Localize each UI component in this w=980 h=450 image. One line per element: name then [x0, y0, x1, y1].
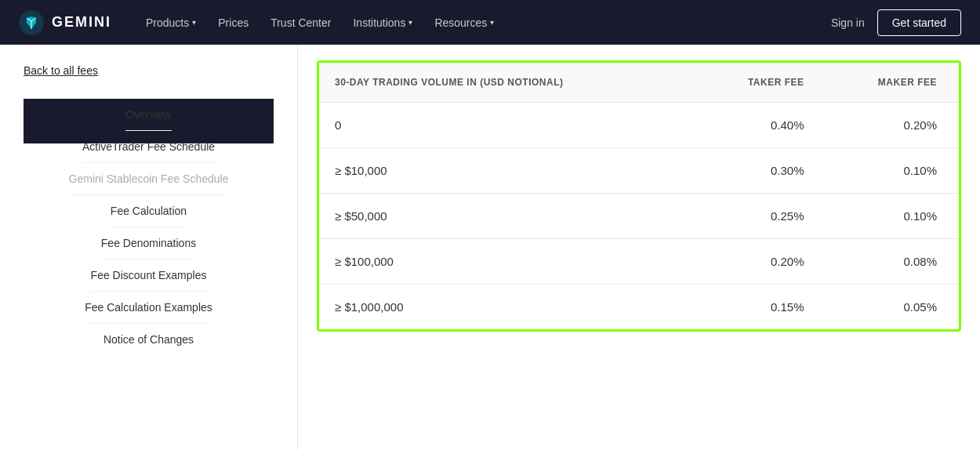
sidebar-item-fee-calculation-examples[interactable]: Fee Calculation Examples [85, 292, 212, 324]
nav-item-resources[interactable]: Resources ▾ [434, 16, 494, 29]
table-row: ≥ $50,0000.25%0.10% [319, 194, 959, 239]
logo-text: GEMINI [52, 14, 111, 31]
cell-maker: 0.08% [820, 239, 960, 285]
main-nav: GEMINI Products ▾ Prices Trust Center In… [0, 0, 980, 45]
gemini-logo-icon [19, 10, 44, 35]
cell-maker: 0.05% [820, 285, 960, 330]
nav-items: Products ▾ Prices Trust Center Instituti… [146, 16, 806, 29]
sidebar-item-overview[interactable]: Overview [125, 99, 171, 131]
fee-table-area: 30-DAY TRADING VOLUME IN (USD NOTIONAL) … [298, 45, 980, 450]
cell-maker: 0.20% [820, 103, 960, 148]
chevron-down-icon-2: ▾ [408, 18, 412, 27]
nav-item-prices[interactable]: Prices [218, 16, 249, 29]
cell-taker: 0.25% [694, 194, 820, 239]
table-row: ≥ $100,0000.20%0.08% [319, 239, 959, 285]
nav-item-products[interactable]: Products ▾ [146, 16, 196, 29]
cell-volume: 0 [319, 103, 694, 148]
sidebar-item-activetrader[interactable]: ActiveTrader Fee Schedule [82, 131, 215, 163]
sidebar-item-fee-calculation[interactable]: Fee Calculation [111, 195, 187, 227]
table-row: 00.40%0.20% [319, 103, 959, 148]
nav-item-trust-center[interactable]: Trust Center [270, 16, 331, 29]
cell-volume: ≥ $100,000 [319, 239, 694, 285]
sidebar: Back to all fees Overview ActiveTrader F… [0, 45, 298, 450]
cell-volume: ≥ $50,000 [319, 194, 694, 239]
cell-taker: 0.15% [694, 285, 820, 330]
col-header-volume: 30-DAY TRADING VOLUME IN (USD NOTIONAL) [319, 63, 694, 103]
nav-right: Sign in Get started [831, 9, 961, 36]
sidebar-item-stablecoin[interactable]: Gemini Stablecoin Fee Schedule [69, 163, 229, 195]
col-header-maker: MAKER FEE [820, 63, 960, 103]
col-header-taker: TAKER FEE [694, 63, 820, 103]
table-header-row: 30-DAY TRADING VOLUME IN (USD NOTIONAL) … [319, 63, 959, 103]
logo[interactable]: GEMINI [19, 10, 111, 35]
sign-in-button[interactable]: Sign in [831, 16, 865, 29]
get-started-button[interactable]: Get started [877, 9, 961, 36]
cell-taker: 0.40% [694, 103, 820, 148]
cell-taker: 0.30% [694, 148, 820, 194]
sidebar-item-fee-discount[interactable]: Fee Discount Examples [91, 259, 207, 292]
cell-volume: ≥ $1,000,000 [319, 285, 694, 330]
sidebar-item-notice[interactable]: Notice of Changes [103, 324, 194, 355]
main-content: Back to all fees Overview ActiveTrader F… [0, 45, 980, 450]
nav-item-institutions[interactable]: Institutions ▾ [353, 16, 412, 29]
table-row: ≥ $1,000,0000.15%0.05% [319, 285, 959, 330]
fee-table: 30-DAY TRADING VOLUME IN (USD NOTIONAL) … [319, 63, 959, 329]
back-to-fees-link[interactable]: Back to all fees [24, 64, 98, 77]
fee-table-wrapper: 30-DAY TRADING VOLUME IN (USD NOTIONAL) … [317, 60, 961, 332]
chevron-down-icon-3: ▾ [490, 18, 494, 27]
cell-maker: 0.10% [820, 148, 960, 194]
chevron-down-icon: ▾ [192, 18, 196, 27]
cell-maker: 0.10% [820, 194, 960, 239]
cell-volume: ≥ $10,000 [319, 148, 694, 194]
cell-taker: 0.20% [694, 239, 820, 285]
sidebar-item-fee-denominations[interactable]: Fee Denominations [101, 227, 196, 259]
table-row: ≥ $10,0000.30%0.10% [319, 148, 959, 194]
sidebar-nav: Overview ActiveTrader Fee Schedule Gemin… [24, 99, 274, 143]
